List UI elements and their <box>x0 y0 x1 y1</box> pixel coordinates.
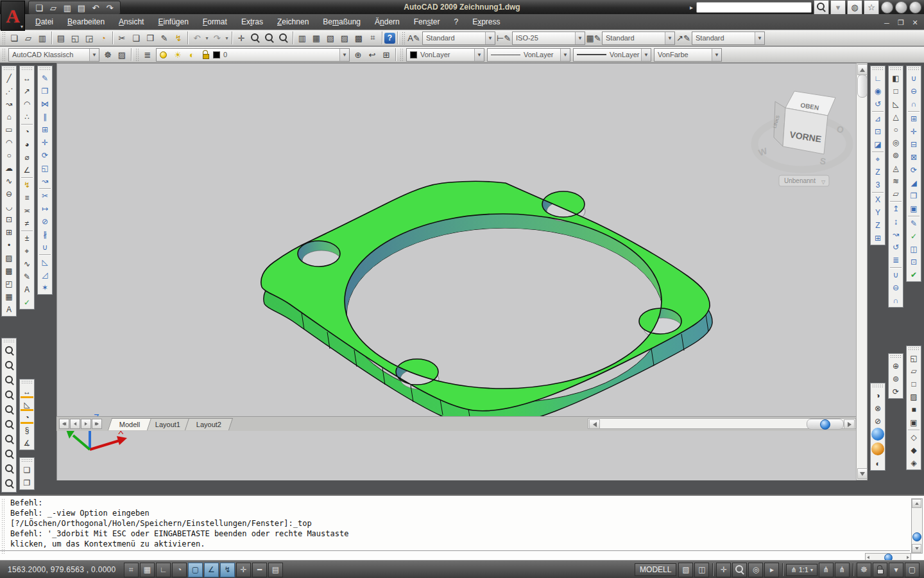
combo-dropdown-icon[interactable]: ▼ <box>474 49 484 61</box>
zoom-realtime-button[interactable] <box>248 31 262 45</box>
markup-set-manager-button[interactable]: ▩ <box>352 31 366 45</box>
table-tool[interactable]: ▦ <box>3 290 15 303</box>
torus-tool[interactable]: ⊚ <box>889 149 902 162</box>
ucs-origin-tool[interactable]: ⌖ <box>871 153 884 166</box>
scroll-down-button[interactable] <box>857 468 868 479</box>
infocenter-sphere-1[interactable] <box>881 1 893 13</box>
ellipse-arc-tool[interactable]: ◡ <box>3 200 15 213</box>
layer-freeze-icon[interactable]: ☀ <box>171 48 185 62</box>
sphere-tool[interactable]: ○ <box>889 123 902 136</box>
toolbar-grip[interactable] <box>908 347 920 351</box>
workspace-combo[interactable]: AutoCAD Klassisch ▼ <box>8 48 99 62</box>
quick-dim-tool[interactable]: ↯ <box>21 179 33 191</box>
canvas-horizontal-scrollbar[interactable] <box>588 418 856 429</box>
horizontal-scroll-thumb[interactable] <box>807 419 844 430</box>
cmd-scroll-down-button[interactable] <box>912 544 921 553</box>
move-faces-tool[interactable]: ✛ <box>907 125 920 138</box>
publish-button[interactable]: ◲ <box>82 31 96 45</box>
lineweight-combo[interactable]: VonLayer ▼ <box>573 48 651 62</box>
rotate-faces-tool[interactable]: ⟳ <box>907 164 920 177</box>
continuous-orbit-tool[interactable]: ⟳ <box>889 385 902 398</box>
toolbar-grip[interactable] <box>890 355 902 359</box>
edge-style-facet[interactable]: ◇ <box>907 431 920 444</box>
pan-button[interactable]: ✛ <box>716 563 731 577</box>
dim-style-combo[interactable]: ISO-25 ▼ <box>512 31 585 45</box>
trim-tool[interactable]: ✂ <box>38 189 51 202</box>
workspace-gear-button[interactable]: ☸ <box>101 48 115 62</box>
edge-style-none[interactable]: ◈ <box>907 457 920 469</box>
render-sphere-hidden-tool[interactable]: ⊘ <box>871 415 884 428</box>
combo-dropdown-icon[interactable]: ▼ <box>665 32 674 44</box>
qnew-button[interactable]: ❏ <box>7 31 21 45</box>
combo-dropdown-icon[interactable]: ▼ <box>641 49 651 61</box>
design-center-button[interactable]: ▦ <box>309 31 323 45</box>
zoom-button[interactable] <box>732 563 747 577</box>
named-ucs-tool[interactable]: ◉ <box>871 85 884 98</box>
show-motion-button[interactable]: ▸ <box>764 563 779 577</box>
menu-extras[interactable]: Extras <box>234 15 270 28</box>
zoom-out-tool[interactable] <box>3 433 15 446</box>
dim-update-tool[interactable]: ✓ <box>21 296 33 309</box>
ucs-z-axis-tool[interactable]: Z <box>871 166 884 179</box>
dim-baseline-tool[interactable]: ≡ <box>21 191 33 204</box>
model-space-button[interactable]: MODELL <box>635 563 676 576</box>
cmd-scroll-right-button[interactable] <box>907 556 909 559</box>
polar-toggle[interactable]: ◔ <box>172 563 187 577</box>
match-properties-button[interactable]: ✎ <box>157 31 171 45</box>
make-block-tool[interactable]: ⊞ <box>3 226 15 239</box>
quick-view-layouts-button[interactable]: ◫ <box>694 563 709 577</box>
zoom-extents-tool[interactable] <box>3 462 15 475</box>
delete-faces-tool[interactable]: ⊠ <box>907 151 920 164</box>
gasket-3d-model[interactable] <box>261 181 712 428</box>
my-workspace-button[interactable]: ▨ <box>115 48 129 62</box>
multiline-text-tool[interactable]: A <box>3 303 15 316</box>
pyramid-tool[interactable]: ◬ <box>889 162 902 175</box>
edge-style-isolines[interactable]: ◆ <box>907 444 920 457</box>
linetype-combo[interactable]: VonLayer ▼ <box>487 48 570 62</box>
dimconstraint-linear-tool[interactable]: ↔ <box>21 385 33 398</box>
union-tool[interactable]: ∪ <box>889 268 902 281</box>
copy-button[interactable]: ❑ <box>129 31 143 45</box>
planar-surface-tool[interactable]: ▱ <box>889 188 902 200</box>
multileader-style-icon[interactable]: ↗✎ <box>676 31 690 45</box>
zoom-in-tool[interactable] <box>3 418 15 431</box>
infocenter-sphere-3[interactable] <box>909 1 921 13</box>
menu-bemassung[interactable]: Bemaßung <box>316 15 368 28</box>
visual-style-2d-wireframe[interactable]: ▱ <box>907 365 920 378</box>
model-paper-toggle[interactable]: ▤ <box>268 563 283 577</box>
construction-line-tool[interactable]: ⋰ <box>3 85 15 98</box>
close-button[interactable]: ✕ <box>910 16 920 30</box>
menu-ansicht[interactable]: Ansicht <box>112 15 151 28</box>
break-at-point-tool[interactable]: ⊘ <box>38 215 51 228</box>
check-tool[interactable]: ✔ <box>907 268 920 281</box>
toolbar-lock-button[interactable] <box>873 563 887 577</box>
undo-button[interactable]: ↶ <box>89 1 102 15</box>
menu-datei[interactable]: Datei <box>28 15 60 28</box>
layer-previous-button[interactable]: ↩ <box>365 48 379 62</box>
insert-block-tool[interactable]: ⊡ <box>3 213 15 226</box>
dyn-toggle[interactable]: ✛ <box>236 563 251 577</box>
auto-annotation-button[interactable]: ⋔ <box>835 563 850 577</box>
annotation-scale-button[interactable]: ⋔1:1▾ <box>786 564 817 576</box>
visual-style-3d-hidden[interactable]: ▨ <box>907 390 920 403</box>
copy-faces-tool[interactable]: ❐ <box>907 189 920 202</box>
scroll-up-button[interactable] <box>857 64 868 75</box>
region-tool[interactable]: ◰ <box>3 277 15 290</box>
press-pull-tool[interactable]: ↨ <box>889 215 902 228</box>
layer-combo[interactable]: ☀ ◐ 0 ▼ <box>156 48 350 62</box>
zoom-realtime-tool[interactable] <box>3 477 15 490</box>
scale-tool[interactable]: ◱ <box>38 162 51 175</box>
layer-states-button[interactable]: ⊞ <box>379 48 393 62</box>
menu-fenster[interactable]: Fenster <box>407 15 447 28</box>
ellipse-tool[interactable]: ⊖ <box>3 188 15 200</box>
cmd-scroll-left-button[interactable] <box>867 556 869 559</box>
extend-tool[interactable]: ↦ <box>38 202 51 215</box>
menu-einfuegen[interactable]: Einfügen <box>151 15 195 28</box>
menu-aendern[interactable]: Ändern <box>368 15 407 28</box>
ucs-z-rotate-tool[interactable]: Z <box>871 219 884 232</box>
command-vertical-scrollbar[interactable] <box>911 498 923 554</box>
free-orbit-tool[interactable]: ⊚ <box>889 372 902 385</box>
workspace-gear-button[interactable]: ☸ <box>857 563 871 577</box>
redo-button[interactable]: ↷ <box>210 31 224 45</box>
layer-properties-manager-button[interactable]: ≣ <box>141 48 155 62</box>
